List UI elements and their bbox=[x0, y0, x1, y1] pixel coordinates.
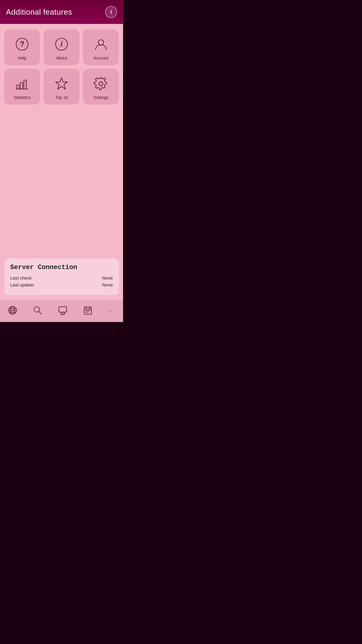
bottom-navigation: ··· bbox=[0, 300, 123, 322]
info-circle-icon: i bbox=[53, 36, 70, 53]
content-area: ? Help i About Account bbox=[0, 24, 123, 300]
account-label: Account bbox=[93, 56, 109, 60]
nav-more-button[interactable]: ··· bbox=[105, 305, 118, 317]
about-label: About bbox=[56, 56, 67, 60]
svg-text:?: ? bbox=[20, 39, 24, 48]
svg-line-17 bbox=[39, 312, 42, 314]
svg-rect-18 bbox=[59, 307, 67, 312]
last-update-row: Last update: None bbox=[10, 282, 113, 287]
top10-button[interactable]: Top 10 bbox=[44, 69, 79, 105]
settings-button[interactable]: Settings bbox=[83, 69, 119, 105]
info-icon: i bbox=[110, 9, 112, 15]
question-icon: ? bbox=[14, 36, 30, 53]
statistics-label: Statistics bbox=[14, 95, 30, 100]
nav-globe-button[interactable] bbox=[5, 304, 20, 318]
header: Additional features i bbox=[0, 0, 123, 24]
server-connection-card: Server Connection Last check None Last u… bbox=[4, 258, 119, 295]
last-check-value: None bbox=[102, 275, 113, 280]
last-check-label: Last check bbox=[10, 275, 32, 280]
last-update-value: None bbox=[102, 282, 113, 287]
svg-point-4 bbox=[98, 40, 104, 45]
svg-marker-9 bbox=[56, 78, 68, 89]
info-button[interactable]: i bbox=[105, 6, 117, 18]
account-icon bbox=[93, 36, 109, 53]
settings-label: Settings bbox=[93, 95, 109, 100]
last-check-row: Last check None bbox=[10, 275, 113, 280]
svg-point-10 bbox=[99, 82, 103, 86]
help-button[interactable]: ? Help bbox=[4, 29, 40, 65]
features-grid: ? Help i About Account bbox=[4, 29, 119, 105]
top10-label: Top 10 bbox=[55, 95, 68, 100]
bar-chart-icon bbox=[14, 75, 30, 92]
more-dots-icon: ··· bbox=[108, 307, 115, 315]
nav-search-button[interactable] bbox=[30, 304, 45, 318]
globe-icon bbox=[8, 306, 17, 316]
statistics-button[interactable]: Statistics bbox=[4, 69, 40, 105]
svg-rect-6 bbox=[20, 83, 23, 89]
page-title: Additional features bbox=[6, 7, 72, 17]
calendar-icon bbox=[83, 306, 93, 316]
server-connection-title: Server Connection bbox=[10, 264, 113, 271]
svg-text:i: i bbox=[60, 39, 63, 48]
svg-rect-7 bbox=[24, 80, 26, 89]
nav-chat-button[interactable] bbox=[55, 304, 70, 318]
help-label: Help bbox=[18, 56, 27, 60]
last-update-label: Last update: bbox=[10, 282, 35, 287]
star-icon bbox=[53, 75, 70, 92]
svg-rect-5 bbox=[17, 85, 19, 89]
chat-icon bbox=[58, 306, 68, 316]
search-icon bbox=[33, 306, 42, 316]
nav-calendar-button[interactable] bbox=[80, 304, 96, 318]
gear-icon bbox=[93, 75, 109, 92]
about-button[interactable]: i About bbox=[44, 29, 79, 65]
empty-area bbox=[4, 109, 119, 258]
account-button[interactable]: Account bbox=[83, 29, 119, 65]
